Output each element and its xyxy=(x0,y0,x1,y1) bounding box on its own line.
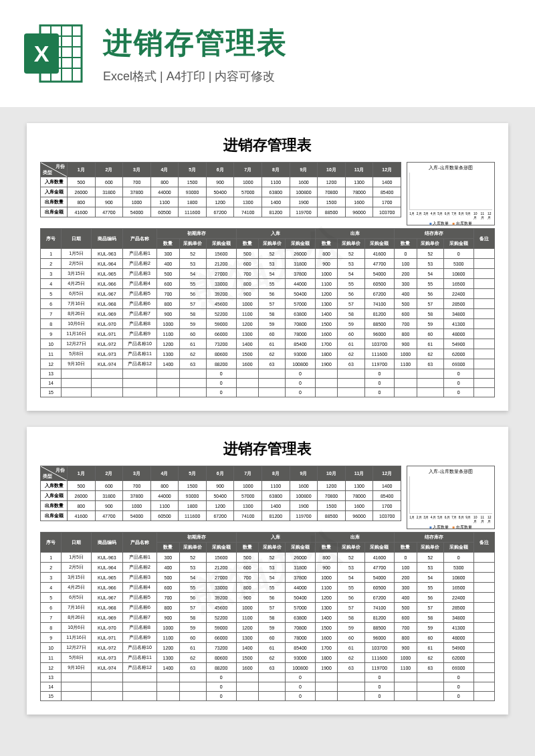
detail-subheader: 数量 xyxy=(236,239,258,249)
detail-cell: 56 xyxy=(338,593,364,603)
detail-remark xyxy=(473,359,494,369)
summary-cell: 70800 xyxy=(318,187,346,197)
summary-cell: 93000 xyxy=(179,491,207,501)
detail-cell: 58 xyxy=(258,309,285,319)
detail-cell: 1200 xyxy=(236,319,258,329)
detail-cell: 52 xyxy=(417,553,443,563)
detail-cell: 产品名称12 xyxy=(122,663,156,673)
summary-row-label: 入库数量 xyxy=(41,481,68,491)
chart-x-label: 1月 xyxy=(409,515,415,523)
detail-cell xyxy=(395,682,417,692)
detail-cell: 1400 xyxy=(315,309,337,319)
summary-cell: 85400 xyxy=(373,491,401,501)
detail-cell: 60 xyxy=(338,633,364,643)
detail-subheader: 采购单价 xyxy=(338,239,364,249)
detail-cell: 产品名称1 xyxy=(122,553,156,563)
detail-cell: 53 xyxy=(338,563,364,573)
detail-remark xyxy=(473,339,494,349)
detail-cell: 31800 xyxy=(286,259,316,269)
detail-cell: 产品名称8 xyxy=(122,319,156,329)
detail-cell: 14 xyxy=(41,379,62,388)
detail-cell: 22400 xyxy=(443,289,473,299)
detail-cell: 57 xyxy=(258,299,285,309)
detail-cell: 62000 xyxy=(443,349,473,359)
detail-cell: 62 xyxy=(338,349,364,359)
detail-subheader: 数量 xyxy=(157,543,179,553)
summary-month-header: 6月 xyxy=(206,163,234,177)
detail-cell: 0 xyxy=(395,553,417,563)
detail-cell: 产品名称6 xyxy=(122,603,156,613)
detail-cell: 53 xyxy=(179,259,206,269)
detail-cell xyxy=(315,379,337,388)
detail-cell: 12月27日 xyxy=(62,643,92,653)
detail-subheader: 采购单价 xyxy=(258,239,285,249)
summary-month-header: 1月 xyxy=(68,163,96,177)
detail-cell xyxy=(395,388,417,397)
detail-cell: KUL-965 xyxy=(91,269,122,279)
detail-cell: 0 xyxy=(443,692,473,701)
detail-cell: 1300 xyxy=(157,653,179,663)
detail-cell: 54900 xyxy=(443,643,473,653)
detail-cell: 57000 xyxy=(286,603,316,613)
detail-cell: 52200 xyxy=(206,309,236,319)
detail-remark xyxy=(473,279,494,289)
detail-cell: 700 xyxy=(236,269,258,279)
detail-cell: 59 xyxy=(338,623,364,633)
summary-cell: 81200 xyxy=(262,511,290,521)
detail-cell: 55 xyxy=(417,583,443,593)
detail-cell: 70800 xyxy=(286,623,316,633)
detail-cell: 60 xyxy=(179,329,206,339)
detail-cell: 103700 xyxy=(364,643,395,653)
summary-cell: 1300 xyxy=(234,197,262,207)
detail-cell: 52 xyxy=(338,553,364,563)
detail-cell xyxy=(179,682,206,692)
chart-x-label: 8月 xyxy=(459,515,465,523)
detail-header: 日期 xyxy=(62,229,92,249)
summary-row-label: 出库金额 xyxy=(41,207,68,217)
detail-cell: 80600 xyxy=(206,653,236,663)
detail-cell xyxy=(91,682,122,692)
summary-cell: 900 xyxy=(206,481,234,491)
detail-cell: 67200 xyxy=(364,289,395,299)
detail-cell: 6 xyxy=(41,603,62,613)
detail-cell: 0 xyxy=(206,692,236,701)
detail-remark xyxy=(473,259,494,269)
summary-cell: 31800 xyxy=(95,187,123,197)
detail-cell: 58 xyxy=(179,613,206,623)
detail-cell: 33000 xyxy=(206,279,236,289)
summary-month-header: 10月 xyxy=(318,466,346,481)
detail-cell: KUL-970 xyxy=(91,319,122,329)
detail-cell: 0 xyxy=(443,682,473,692)
detail-cell: 31800 xyxy=(286,563,316,573)
detail-cell: 12月27日 xyxy=(62,339,92,349)
detail-cell: 37800 xyxy=(286,573,316,583)
detail-cell: 0 xyxy=(364,692,395,701)
detail-remark xyxy=(473,269,494,279)
detail-cell: 900 xyxy=(236,289,258,299)
detail-cell xyxy=(417,682,443,692)
detail-cell: 8 xyxy=(41,623,62,633)
detail-remark xyxy=(473,249,494,259)
table-row: 44月25日KUL-966产品名称46005533000800554400011… xyxy=(41,583,495,593)
detail-cell: 800 xyxy=(157,299,179,309)
detail-subheader: 采购单价 xyxy=(179,239,206,249)
detail-cell: 5月8日 xyxy=(62,653,92,663)
detail-table: 序号日期商品编码产品名称初期库存入库出库结存库存备注数量采购单价采购金额数量采购… xyxy=(40,532,495,701)
detail-cell: 800 xyxy=(157,603,179,613)
detail-cell: KUL-970 xyxy=(91,623,122,633)
detail-cell xyxy=(258,692,285,701)
svg-text:X: X xyxy=(34,41,49,66)
summary-cell: 1000 xyxy=(123,501,151,511)
summary-cell: 88500 xyxy=(318,207,346,217)
table-row: 140000 xyxy=(41,682,495,692)
detail-cell: 52 xyxy=(179,553,206,563)
table-row: 115月8日KUL-973产品名称11130062806001500629300… xyxy=(41,653,495,663)
detail-cell: 600 xyxy=(157,279,179,289)
detail-subheader: 采购金额 xyxy=(364,239,395,249)
detail-cell: 9 xyxy=(41,633,62,643)
detail-cell: 54 xyxy=(338,269,364,279)
detail-cell: 41600 xyxy=(364,553,395,563)
summary-cell: 1800 xyxy=(179,197,207,207)
detail-cell: 27000 xyxy=(206,269,236,279)
summary-row-label: 入库金额 xyxy=(41,491,68,501)
